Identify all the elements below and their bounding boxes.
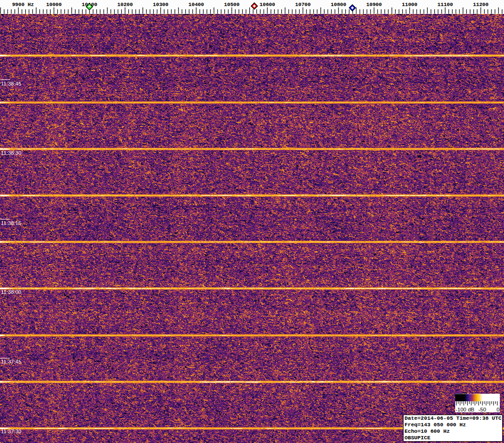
svg-text:10800: 10800	[331, 2, 346, 7]
svg-text:10400: 10400	[188, 2, 204, 7]
svg-text:10300: 10300	[153, 2, 169, 7]
svg-text:11000: 11000	[402, 2, 418, 7]
svg-text:0: 0	[497, 407, 499, 412]
svg-text:11200: 11200	[473, 2, 489, 7]
svg-text:10700: 10700	[295, 2, 311, 7]
svg-text:10200: 10200	[117, 2, 133, 7]
svg-text:11100: 11100	[438, 2, 453, 7]
svg-text:9900 Hz: 9900 Hz	[12, 2, 34, 7]
svg-text:10000: 10000	[46, 2, 62, 7]
svg-text:10500: 10500	[224, 2, 240, 7]
svg-text:-100 dB: -100 dB	[456, 407, 475, 412]
svg-text:10600: 10600	[259, 2, 275, 7]
svg-text:10900: 10900	[366, 2, 382, 7]
svg-text:-50: -50	[478, 407, 486, 412]
